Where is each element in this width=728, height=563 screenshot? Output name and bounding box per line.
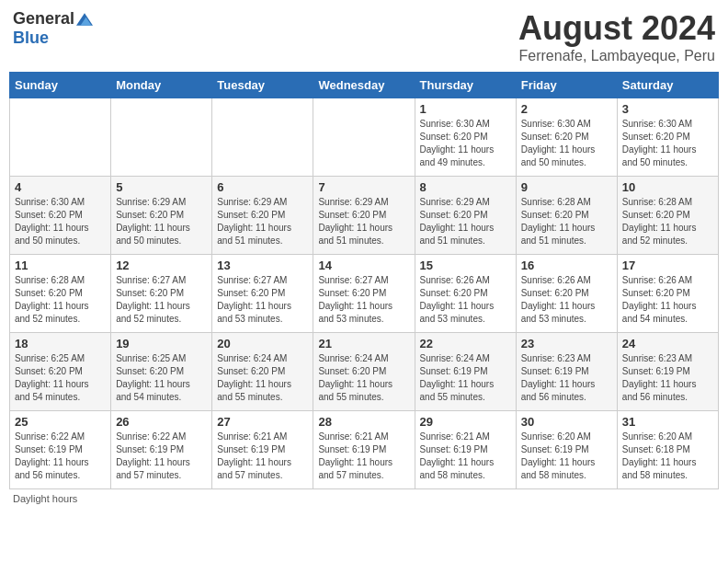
logo-blue-text: Blue <box>13 29 49 48</box>
calendar-cell: 10Sunrise: 6:28 AMSunset: 6:20 PMDayligh… <box>617 177 718 255</box>
calendar-table: SundayMondayTuesdayWednesdayThursdayFrid… <box>9 72 719 489</box>
day-number: 22 <box>420 337 511 350</box>
calendar-cell: 22Sunrise: 6:24 AMSunset: 6:19 PMDayligh… <box>415 333 516 411</box>
day-number: 31 <box>622 415 713 429</box>
calendar-week-row: 25Sunrise: 6:22 AMSunset: 6:19 PMDayligh… <box>10 411 719 489</box>
calendar-cell: 26Sunrise: 6:22 AMSunset: 6:19 PMDayligh… <box>111 411 212 489</box>
footer-note: Daylight hours <box>9 493 719 504</box>
calendar-cell: 19Sunrise: 6:25 AMSunset: 6:20 PMDayligh… <box>111 333 212 411</box>
day-number: 15 <box>420 259 511 272</box>
calendar-cell: 14Sunrise: 6:27 AMSunset: 6:20 PMDayligh… <box>313 255 415 333</box>
calendar-cell: 29Sunrise: 6:21 AMSunset: 6:19 PMDayligh… <box>415 411 516 489</box>
day-info: Sunrise: 6:25 AMSunset: 6:20 PMDaylight:… <box>116 352 207 404</box>
calendar-cell: 27Sunrise: 6:21 AMSunset: 6:19 PMDayligh… <box>212 411 313 489</box>
day-info: Sunrise: 6:21 AMSunset: 6:19 PMDaylight:… <box>318 431 409 482</box>
day-info: Sunrise: 6:28 AMSunset: 6:20 PMDaylight:… <box>622 196 713 247</box>
day-number: 26 <box>116 415 207 429</box>
logo-general-text: General <box>13 9 74 29</box>
day-info: Sunrise: 6:30 AMSunset: 6:20 PMDaylight:… <box>622 118 713 169</box>
calendar-cell: 5Sunrise: 6:29 AMSunset: 6:20 PMDaylight… <box>111 177 212 255</box>
day-info: Sunrise: 6:26 AMSunset: 6:20 PMDaylight:… <box>521 274 612 326</box>
day-number: 30 <box>521 415 612 429</box>
day-number: 27 <box>217 415 308 429</box>
day-info: Sunrise: 6:26 AMSunset: 6:20 PMDaylight:… <box>622 274 713 326</box>
calendar-cell: 25Sunrise: 6:22 AMSunset: 6:19 PMDayligh… <box>10 411 111 489</box>
day-header-saturday: Saturday <box>617 73 718 98</box>
calendar-cell: 23Sunrise: 6:23 AMSunset: 6:19 PMDayligh… <box>516 333 617 411</box>
day-info: Sunrise: 6:21 AMSunset: 6:19 PMDaylight:… <box>420 431 511 482</box>
day-info: Sunrise: 6:28 AMSunset: 6:20 PMDaylight:… <box>15 274 106 326</box>
day-number: 12 <box>116 259 207 272</box>
day-info: Sunrise: 6:20 AMSunset: 6:18 PMDaylight:… <box>622 431 713 482</box>
day-number: 17 <box>622 259 713 272</box>
day-info: Sunrise: 6:21 AMSunset: 6:19 PMDaylight:… <box>217 431 308 482</box>
calendar-week-row: 1Sunrise: 6:30 AMSunset: 6:20 PMDaylight… <box>10 98 719 177</box>
day-header-sunday: Sunday <box>10 73 111 98</box>
day-number: 29 <box>420 415 511 429</box>
day-info: Sunrise: 6:29 AMSunset: 6:20 PMDaylight:… <box>420 196 511 247</box>
calendar-cell: 8Sunrise: 6:29 AMSunset: 6:20 PMDaylight… <box>415 177 516 255</box>
calendar-week-row: 11Sunrise: 6:28 AMSunset: 6:20 PMDayligh… <box>10 255 719 333</box>
calendar-cell: 17Sunrise: 6:26 AMSunset: 6:20 PMDayligh… <box>617 255 718 333</box>
day-info: Sunrise: 6:23 AMSunset: 6:19 PMDaylight:… <box>521 352 612 404</box>
title-area: August 2024 Ferrenafe, Lambayeque, Peru <box>518 9 715 64</box>
day-info: Sunrise: 6:29 AMSunset: 6:20 PMDaylight:… <box>217 196 308 247</box>
day-number: 21 <box>318 337 409 350</box>
month-title: August 2024 <box>518 9 715 48</box>
day-number: 7 <box>318 180 409 194</box>
day-number: 25 <box>15 415 106 429</box>
day-number: 20 <box>217 337 308 350</box>
calendar-cell <box>313 98 415 177</box>
day-number: 10 <box>622 180 713 194</box>
day-number: 1 <box>420 102 511 116</box>
day-info: Sunrise: 6:20 AMSunset: 6:19 PMDaylight:… <box>521 431 612 482</box>
day-header-monday: Monday <box>111 73 212 98</box>
calendar-cell: 31Sunrise: 6:20 AMSunset: 6:18 PMDayligh… <box>617 411 718 489</box>
day-number: 19 <box>116 337 207 350</box>
day-number: 14 <box>318 259 409 272</box>
location-title: Ferrenafe, Lambayeque, Peru <box>518 48 715 64</box>
day-info: Sunrise: 6:30 AMSunset: 6:20 PMDaylight:… <box>420 118 511 169</box>
day-number: 3 <box>622 102 713 116</box>
day-number: 28 <box>318 415 409 429</box>
day-info: Sunrise: 6:24 AMSunset: 6:19 PMDaylight:… <box>420 352 511 404</box>
day-info: Sunrise: 6:26 AMSunset: 6:20 PMDaylight:… <box>420 274 511 326</box>
header: General Blue August 2024 Ferrenafe, Lamb… <box>9 9 719 64</box>
calendar-cell: 12Sunrise: 6:27 AMSunset: 6:20 PMDayligh… <box>111 255 212 333</box>
calendar-cell: 3Sunrise: 6:30 AMSunset: 6:20 PMDaylight… <box>617 98 718 177</box>
day-number: 24 <box>622 337 713 350</box>
day-info: Sunrise: 6:30 AMSunset: 6:20 PMDaylight:… <box>521 118 612 169</box>
day-header-friday: Friday <box>516 73 617 98</box>
calendar-cell <box>10 98 111 177</box>
day-info: Sunrise: 6:22 AMSunset: 6:19 PMDaylight:… <box>116 431 207 482</box>
calendar-cell: 15Sunrise: 6:26 AMSunset: 6:20 PMDayligh… <box>415 255 516 333</box>
logo-icon <box>76 13 93 26</box>
day-number: 2 <box>521 102 612 116</box>
calendar-cell: 13Sunrise: 6:27 AMSunset: 6:20 PMDayligh… <box>212 255 313 333</box>
day-info: Sunrise: 6:25 AMSunset: 6:20 PMDaylight:… <box>15 352 106 404</box>
logo: General Blue <box>13 9 93 48</box>
day-info: Sunrise: 6:27 AMSunset: 6:20 PMDaylight:… <box>116 274 207 326</box>
day-info: Sunrise: 6:24 AMSunset: 6:20 PMDaylight:… <box>217 352 308 404</box>
calendar-cell: 1Sunrise: 6:30 AMSunset: 6:20 PMDaylight… <box>415 98 516 177</box>
calendar-cell: 20Sunrise: 6:24 AMSunset: 6:20 PMDayligh… <box>212 333 313 411</box>
calendar-cell: 9Sunrise: 6:28 AMSunset: 6:20 PMDaylight… <box>516 177 617 255</box>
day-info: Sunrise: 6:24 AMSunset: 6:20 PMDaylight:… <box>318 352 409 404</box>
calendar-week-row: 18Sunrise: 6:25 AMSunset: 6:20 PMDayligh… <box>10 333 719 411</box>
calendar-cell: 30Sunrise: 6:20 AMSunset: 6:19 PMDayligh… <box>516 411 617 489</box>
day-number: 16 <box>521 259 612 272</box>
day-number: 18 <box>15 337 106 350</box>
calendar-cell: 2Sunrise: 6:30 AMSunset: 6:20 PMDaylight… <box>516 98 617 177</box>
calendar-cell: 24Sunrise: 6:23 AMSunset: 6:19 PMDayligh… <box>617 333 718 411</box>
calendar-cell: 16Sunrise: 6:26 AMSunset: 6:20 PMDayligh… <box>516 255 617 333</box>
day-info: Sunrise: 6:23 AMSunset: 6:19 PMDaylight:… <box>622 352 713 404</box>
calendar-cell: 28Sunrise: 6:21 AMSunset: 6:19 PMDayligh… <box>313 411 415 489</box>
day-number: 11 <box>15 259 106 272</box>
day-number: 6 <box>217 180 308 194</box>
calendar-cell <box>212 98 313 177</box>
day-info: Sunrise: 6:28 AMSunset: 6:20 PMDaylight:… <box>521 196 612 247</box>
calendar-cell <box>111 98 212 177</box>
calendar-cell: 18Sunrise: 6:25 AMSunset: 6:20 PMDayligh… <box>10 333 111 411</box>
day-info: Sunrise: 6:27 AMSunset: 6:20 PMDaylight:… <box>217 274 308 326</box>
day-info: Sunrise: 6:29 AMSunset: 6:20 PMDaylight:… <box>318 196 409 247</box>
